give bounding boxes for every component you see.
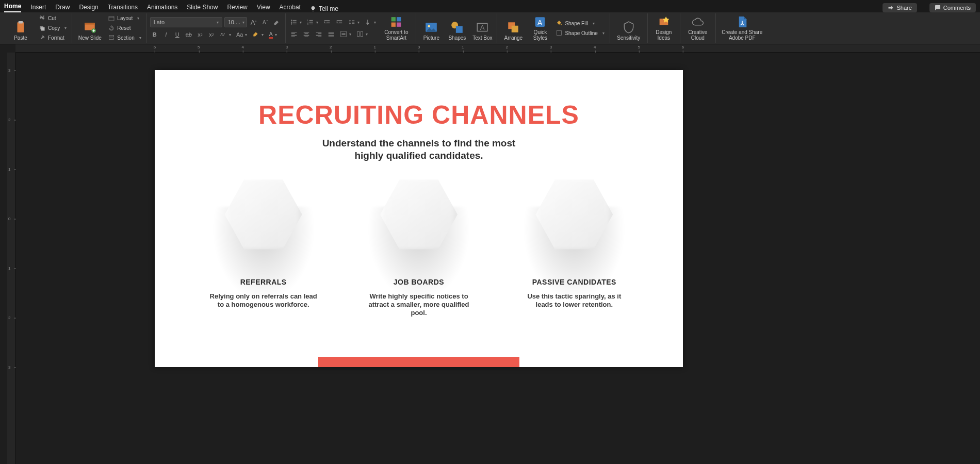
design-ideas-button[interactable]: Design Ideas [651, 14, 677, 42]
tell-me-label: Tell me [319, 5, 338, 12]
svg-rect-9 [109, 36, 114, 37]
cut-button[interactable]: Cut [37, 14, 69, 23]
svg-rect-39 [512, 26, 518, 32]
justify-button[interactable] [326, 29, 336, 39]
card-referrals[interactable]: REFERRALS Relying only on referrals can … [199, 176, 328, 317]
picture-button[interactable]: Picture [419, 14, 443, 42]
line-spacing-button[interactable]: ▾ [347, 18, 361, 27]
menubar: Home Insert Draw Design Transitions Anim… [0, 0, 980, 12]
sensitivity-button[interactable]: Sensitivity [613, 14, 644, 42]
align-right-button[interactable] [314, 29, 324, 39]
bold-button[interactable]: B [150, 30, 159, 39]
comments-button[interactable]: Comments [929, 3, 976, 12]
decrease-indent-button[interactable] [322, 18, 332, 27]
align-right-icon [315, 30, 322, 38]
shapes-icon [450, 21, 464, 34]
share-icon [888, 5, 894, 11]
increase-indent-button[interactable] [334, 18, 345, 27]
svg-rect-30 [391, 23, 396, 27]
indent-icon [336, 19, 343, 26]
text-direction-button[interactable]: ▾ [363, 18, 378, 27]
comment-icon [935, 5, 941, 11]
superscript-button[interactable]: x2 [207, 30, 216, 39]
svg-rect-42 [557, 31, 562, 36]
group-creative-cloud: Creative Cloud [680, 13, 716, 43]
underline-button[interactable]: U [173, 30, 182, 39]
sensitivity-label: Sensitivity [617, 35, 640, 41]
clear-formatting-button[interactable] [272, 18, 282, 27]
tell-me[interactable]: Tell me [310, 5, 338, 12]
eraser-icon [273, 19, 281, 26]
svg-rect-21 [309, 22, 313, 22]
italic-button[interactable]: I [161, 30, 171, 39]
tab-view[interactable]: View [257, 2, 270, 12]
slide-title[interactable]: RECRUITING CHANNELS [155, 100, 683, 130]
align-left-button[interactable] [289, 29, 299, 39]
tab-draw[interactable]: Draw [55, 2, 70, 12]
tab-acrobat[interactable]: Acrobat [280, 2, 301, 12]
font-color-button[interactable]: A▾ [267, 30, 278, 39]
increase-font-button[interactable]: A˄ [249, 18, 259, 27]
slide-subtitle[interactable]: Understand the channels to find the most… [155, 137, 683, 162]
textbox-button[interactable]: A Text Box [471, 14, 494, 42]
tab-home[interactable]: Home [4, 1, 21, 12]
bullets-button[interactable]: ▾ [289, 18, 303, 27]
tab-transitions[interactable]: Transitions [108, 2, 138, 12]
align-left-icon [290, 30, 298, 38]
copy-icon [39, 25, 45, 31]
group-slides: New Slide Layout▾ Reset Section▾ [72, 13, 146, 43]
create-pdf-button[interactable]: Create and Share Adobe PDF [719, 14, 765, 42]
arrange-button[interactable]: Arrange [500, 14, 526, 42]
section-button[interactable]: Section▾ [106, 34, 143, 42]
highlight-button[interactable]: ▾ [251, 30, 265, 39]
subscript-button[interactable]: x2 [195, 30, 205, 39]
shape-outline-button[interactable]: Shape Outline▾ [554, 29, 606, 37]
quick-styles-label: Quick Styles [529, 29, 551, 41]
scissors-icon [39, 15, 45, 22]
line-spacing-icon [348, 19, 355, 26]
svg-rect-17 [293, 24, 297, 24]
card-job-boards[interactable]: JOB BOARDS Write highly specific notices… [354, 176, 483, 317]
bucket-icon [556, 20, 562, 26]
new-slide-button[interactable]: New Slide [75, 14, 104, 42]
svg-text:A: A [480, 24, 485, 31]
change-case-button[interactable]: Aa▾ [235, 30, 249, 39]
tab-insert[interactable]: Insert [30, 2, 46, 12]
copy-button[interactable]: Copy▾ [37, 24, 69, 32]
tab-slideshow[interactable]: Slide Show [187, 2, 218, 12]
card-passive[interactable]: PASSIVE CANDIDATES Use this tactic spari… [510, 176, 639, 317]
bulb-icon [310, 6, 316, 12]
tab-design[interactable]: Design [79, 2, 98, 12]
svg-rect-35 [456, 26, 463, 33]
group-sensitivity: Sensitivity [610, 13, 648, 43]
valign-icon [340, 30, 347, 38]
tab-review[interactable]: Review [227, 2, 247, 12]
share-button[interactable]: Share [883, 3, 917, 12]
text-dir-icon [365, 19, 372, 26]
font-size-select[interactable]: 10....▾ [224, 17, 247, 27]
layout-button[interactable]: Layout▾ [106, 14, 143, 23]
format-painter-button[interactable]: Format [37, 34, 69, 42]
convert-smartart-button[interactable]: Convert to SmartArt [380, 14, 413, 42]
columns-button[interactable]: ▾ [355, 29, 369, 39]
strike-button[interactable]: ab [184, 30, 193, 39]
quick-styles-button[interactable]: A Quick Styles [528, 14, 552, 42]
shapes-label: Shapes [448, 35, 466, 41]
slide-canvas[interactable]: RECRUITING CHANNELS Understand the chann… [155, 70, 683, 367]
shapes-button[interactable]: Shapes [445, 14, 469, 42]
numbering-button[interactable]: 123▾ [305, 18, 320, 27]
tab-animations[interactable]: Animations [147, 2, 177, 12]
shape-fill-button[interactable]: Shape Fill▾ [554, 19, 606, 27]
svg-rect-31 [397, 23, 401, 27]
creative-cloud-button[interactable]: Creative Cloud [683, 14, 712, 42]
font-name-select[interactable]: Lato▾ [150, 17, 222, 27]
picture-icon [424, 21, 438, 34]
character-spacing-button[interactable]: AV▾ [218, 30, 233, 39]
align-center-button[interactable] [301, 29, 312, 39]
paste-button[interactable]: Paste [6, 14, 35, 42]
align-vertical-button[interactable]: ▾ [338, 29, 353, 39]
ruler-vertical: 3210123 [7, 53, 15, 464]
svg-rect-5 [85, 23, 95, 24]
decrease-font-button[interactable]: A˅ [260, 18, 270, 27]
reset-button[interactable]: Reset [106, 24, 143, 32]
